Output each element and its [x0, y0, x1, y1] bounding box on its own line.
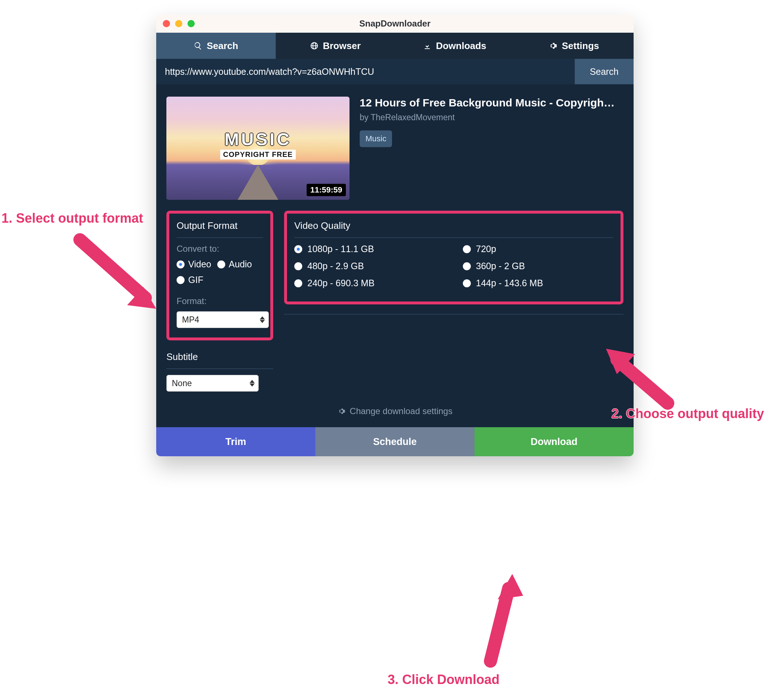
convert-to-audio[interactable]: Audio: [217, 259, 252, 270]
quality-option-1[interactable]: 720p: [463, 244, 613, 254]
thumb-text-sub: COPYRIGHT FREE: [220, 150, 296, 160]
quality-label: 144p - 143.6 MB: [476, 278, 543, 288]
format-label: Format:: [176, 296, 263, 306]
format-value: MP4: [182, 315, 199, 325]
video-quality-panel: Video Quality 1080p - 11.1 GB 720p: [284, 211, 623, 314]
video-thumbnail[interactable]: MUSIC COPYRIGHT FREE 11:59:59: [166, 97, 349, 200]
search-button[interactable]: Search: [575, 59, 634, 84]
video-author: by TheRelaxedMovement: [360, 113, 623, 122]
subtitle-title: Subtitle: [166, 351, 273, 362]
titlebar: SnapDownloader: [156, 15, 634, 33]
tab-settings-label: Settings: [562, 40, 599, 52]
output-format-highlight: Output Format Convert to: Video Audio: [166, 211, 273, 341]
quality-label: 480p - 2.9 GB: [307, 261, 364, 271]
quality-label: 360p - 2 GB: [476, 261, 525, 271]
gear-icon: [548, 41, 557, 50]
format-select[interactable]: MP4: [176, 311, 269, 328]
quality-label: 720p: [476, 244, 496, 254]
content-area: MUSIC COPYRIGHT FREE 11:59:59 12 Hours o…: [156, 84, 634, 427]
change-download-settings-link[interactable]: Change download settings: [166, 392, 623, 427]
quality-option-3[interactable]: 360p - 2 GB: [463, 261, 613, 271]
tab-downloads-label: Downloads: [436, 40, 486, 52]
radio-dot-selected-icon: [176, 260, 184, 268]
annotation-2: 2. Choose output quality: [611, 406, 764, 421]
searchbar: Search: [156, 59, 634, 84]
divider: [284, 314, 623, 314]
radio-dot-icon: [176, 276, 184, 284]
tab-settings[interactable]: Settings: [514, 33, 634, 59]
tab-browser-label: Browser: [323, 40, 361, 52]
subtitle-block: Subtitle None: [166, 351, 273, 392]
select-chevrons-icon: [260, 316, 265, 323]
arrow-1: [72, 232, 167, 328]
download-button[interactable]: Download: [474, 427, 634, 456]
tab-downloads[interactable]: Downloads: [395, 33, 514, 59]
quality-label: 1080p - 11.1 GB: [307, 244, 374, 254]
video-category-badge[interactable]: Music: [360, 130, 392, 147]
convert-to-audio-label: Audio: [229, 259, 252, 270]
convert-to-video-label: Video: [188, 259, 211, 270]
radio-dot-icon: [463, 279, 471, 287]
globe-icon: [310, 41, 319, 50]
change-download-settings-label: Change download settings: [350, 406, 453, 416]
divider: [166, 369, 273, 369]
radio-dot-icon: [217, 260, 225, 268]
select-chevrons-icon: [250, 380, 255, 387]
divider: [176, 237, 263, 238]
convert-to-gif[interactable]: GIF: [176, 275, 203, 285]
annotation-3: 3. Click Download: [388, 672, 499, 687]
download-icon: [423, 41, 432, 50]
tab-search[interactable]: Search: [156, 33, 276, 59]
quality-option-2[interactable]: 480p - 2.9 GB: [294, 261, 445, 271]
radio-dot-icon: [294, 279, 302, 287]
radio-dot-icon: [294, 262, 302, 270]
schedule-button[interactable]: Schedule: [315, 427, 474, 456]
app-title: SnapDownloader: [359, 18, 430, 29]
bottom-actions: Trim Schedule Download: [156, 427, 634, 456]
tab-search-label: Search: [207, 40, 238, 52]
annotation-1: 1. Select output format: [2, 211, 143, 226]
subtitle-select[interactable]: None: [166, 375, 259, 392]
video-row: MUSIC COPYRIGHT FREE 11:59:59 12 Hours o…: [166, 97, 623, 200]
radio-dot-icon: [463, 262, 471, 270]
search-icon: [194, 41, 203, 50]
thumb-text-main: MUSIC: [224, 129, 292, 149]
divider: [294, 237, 613, 238]
trim-button[interactable]: Trim: [156, 427, 315, 456]
radio-dot-icon: [463, 245, 471, 253]
quality-option-5[interactable]: 144p - 143.6 MB: [463, 278, 613, 288]
format-block: Format: MP4: [176, 296, 263, 328]
video-title: 12 Hours of Free Background Music - Copy…: [360, 97, 623, 109]
main-tabs: Search Browser Downloads Settings: [156, 33, 634, 59]
convert-to-group: Video Audio: [176, 259, 263, 275]
convert-to-group-2: GIF: [176, 275, 263, 290]
quality-option-4[interactable]: 240p - 690.3 MB: [294, 278, 445, 288]
quality-option-0[interactable]: 1080p - 11.1 GB: [294, 244, 445, 254]
arrow-3: [461, 559, 527, 670]
close-window-button[interactable]: [163, 20, 170, 27]
radio-dot-selected-icon: [294, 245, 302, 253]
url-input[interactable]: [156, 59, 575, 84]
maximize-window-button[interactable]: [188, 20, 195, 27]
app-window: SnapDownloader Search Browser Downloads …: [156, 15, 634, 456]
convert-to-video[interactable]: Video: [176, 259, 211, 270]
video-quality-highlight: Video Quality 1080p - 11.1 GB 720p: [284, 211, 623, 304]
convert-to-label: Convert to:: [176, 244, 263, 254]
video-duration: 11:59:59: [306, 184, 346, 196]
gear-icon: [338, 407, 346, 415]
video-meta: 12 Hours of Free Background Music - Copy…: [360, 97, 623, 200]
quality-label: 240p - 690.3 MB: [307, 278, 375, 288]
quality-grid: 1080p - 11.1 GB 720p 480p - 2.9 GB: [294, 244, 613, 288]
video-quality-title: Video Quality: [294, 220, 613, 231]
subtitle-value: None: [172, 378, 192, 388]
convert-to-gif-label: GIF: [188, 275, 203, 285]
tab-browser[interactable]: Browser: [276, 33, 395, 59]
output-format-title: Output Format: [176, 220, 263, 231]
panels: Output Format Convert to: Video Audio: [166, 211, 623, 392]
minimize-window-button[interactable]: [175, 20, 182, 27]
traffic-lights: [163, 20, 195, 27]
output-format-panel: Output Format Convert to: Video Audio: [166, 211, 273, 392]
thumb-road: [237, 165, 278, 200]
